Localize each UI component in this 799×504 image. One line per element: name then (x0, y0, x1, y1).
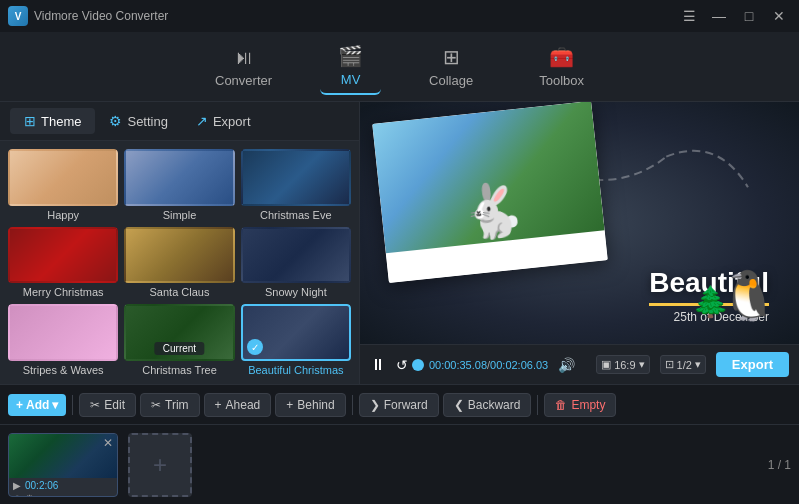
ratio-value: 16:9 (614, 359, 635, 371)
tab-collage[interactable]: ⊞ Collage (411, 39, 491, 94)
time-current: 00:00:35.08 (429, 359, 487, 371)
setting-tab-icon: ⚙ (109, 113, 122, 129)
tab-toolbox-label: Toolbox (539, 73, 584, 88)
time-total: 00:02:06.03 (490, 359, 548, 371)
forward-label: Forward (384, 398, 428, 412)
behind-label: Behind (297, 398, 334, 412)
theme-item-stripes-waves[interactable]: Stripes & Waves (8, 304, 118, 376)
add-label: Add (26, 398, 49, 412)
add-button[interactable]: + Add ▾ (8, 394, 66, 416)
theme-thumb-beautiful-christmas: ✓ (241, 304, 351, 361)
sep-3 (537, 395, 538, 415)
add-clip-icon: + (153, 451, 167, 479)
fraction-chevron: ▾ (695, 358, 701, 371)
fraction-value: 1/2 (677, 359, 692, 371)
clip-ctrl-1[interactable]: ⊕ (13, 493, 21, 497)
ahead-button[interactable]: + Ahead (204, 393, 272, 417)
empty-button[interactable]: 🗑 Empty (544, 393, 616, 417)
bunny-character: 🐇 (457, 178, 528, 245)
clip-play-icon: ▶ (13, 480, 21, 491)
photo-card-image: 🐇 (372, 102, 604, 253)
left-tab-theme[interactable]: ⊞ Theme (10, 108, 95, 134)
forward-button[interactable]: ❯ Forward (359, 393, 439, 417)
theme-item-snowy-night[interactable]: Snowy Night (241, 227, 351, 299)
theme-label-christmas-tree: Christmas Tree (142, 364, 217, 376)
theme-label-santa-claus: Santa Claus (150, 286, 210, 298)
left-panel: ⊞ Theme ⚙ Setting ↗ Export HappySimpleCh… (0, 102, 360, 384)
tab-mv[interactable]: 🎬 MV (320, 38, 381, 95)
theme-thumb-simple (124, 149, 234, 206)
export-button[interactable]: Export (716, 352, 789, 377)
progress-bar[interactable] (418, 363, 419, 367)
theme-item-beautiful-christmas[interactable]: ✓Beautiful Christmas (241, 304, 351, 376)
theme-item-simple[interactable]: Simple (124, 149, 234, 221)
toolbox-icon: 🧰 (549, 45, 574, 69)
mv-icon: 🎬 (338, 44, 363, 68)
tab-collage-label: Collage (429, 73, 473, 88)
trash-icon: 🗑 (555, 398, 567, 412)
setting-tab-label: Setting (127, 114, 167, 129)
maximize-button[interactable]: □ (737, 7, 761, 25)
theme-thumb-christmas-tree: Current (124, 304, 234, 361)
backward-icon: ❮ (454, 398, 464, 412)
theme-item-christmas-eve[interactable]: Christmas Eve (241, 149, 351, 221)
edit-label: Edit (104, 398, 125, 412)
behind-button[interactable]: + Behind (275, 393, 345, 417)
theme-item-merry-christmas[interactable]: Merry Christmas (8, 227, 118, 299)
clip-ctrl-2[interactable]: ⚙ (25, 493, 34, 497)
current-badge: Current (155, 342, 204, 355)
clip-item[interactable]: ▶ 00:2:06 ⊕ ⚙ ✂ ✕ (8, 433, 118, 497)
theme-label-stripes-waves: Stripes & Waves (23, 364, 104, 376)
behind-icon: + (286, 398, 293, 412)
preview-background: 🐇 Beautiful 25th of December 🐧 🌲 (360, 102, 799, 344)
edit-button[interactable]: ✂ Edit (79, 393, 136, 417)
replay-button[interactable]: ↺ (396, 357, 408, 373)
main-area: ⊞ Theme ⚙ Setting ↗ Export HappySimpleCh… (0, 102, 799, 384)
trim-button[interactable]: ✂ Trim (140, 393, 200, 417)
theme-label-merry-christmas: Merry Christmas (23, 286, 104, 298)
left-tab-setting[interactable]: ⚙ Setting (95, 108, 181, 134)
photo-card: 🐇 (372, 102, 608, 283)
theme-label-snowy-night: Snowy Night (265, 286, 327, 298)
sep-1 (72, 395, 73, 415)
theme-grid: HappySimpleChristmas EveMerry ChristmasS… (0, 141, 359, 384)
fraction-select[interactable]: ⊡ 1/2 ▾ (660, 355, 706, 374)
clip-ctrl-3[interactable]: ✂ (38, 493, 46, 497)
progress-handle[interactable] (412, 359, 424, 371)
tab-converter[interactable]: ⏯ Converter (197, 40, 290, 94)
theme-label-beautiful-christmas: Beautiful Christmas (248, 364, 343, 376)
volume-icon[interactable]: 🔊 (558, 357, 575, 373)
add-clip-button[interactable]: + (128, 433, 192, 497)
left-tab-export[interactable]: ↗ Export (182, 108, 265, 134)
timeline: ▶ 00:2:06 ⊕ ⚙ ✂ ✕ + 1 / 1 (0, 424, 799, 504)
collage-icon: ⊞ (443, 45, 460, 69)
theme-item-santa-claus[interactable]: Santa Claus (124, 227, 234, 299)
converter-icon: ⏯ (234, 46, 254, 69)
theme-thumb-snowy-night (241, 227, 351, 284)
backward-label: Backward (468, 398, 521, 412)
right-panel: 🐇 Beautiful 25th of December 🐧 🌲 (360, 102, 799, 384)
theme-item-happy[interactable]: Happy (8, 149, 118, 221)
selected-badge: ✓ (247, 339, 263, 355)
edit-icon: ✂ (90, 398, 100, 412)
theme-tab-label: Theme (41, 114, 81, 129)
controls-bar: ⏸ ↺ 00:00:35.08/00:02:06.03 🔊 ▣ 16:9 ▾ ⊡… (360, 344, 799, 384)
backward-button[interactable]: ❮ Backward (443, 393, 532, 417)
page-number: 1 / 1 (768, 458, 791, 472)
menu-button[interactable]: ☰ (677, 7, 701, 25)
pause-button[interactable]: ⏸ (370, 356, 386, 374)
sep-2 (352, 395, 353, 415)
minimize-button[interactable]: — (707, 7, 731, 25)
theme-label-christmas-eve: Christmas Eve (260, 209, 332, 221)
export-tab-label: Export (213, 114, 251, 129)
theme-tab-icon: ⊞ (24, 113, 36, 129)
ratio-chevron: ▾ (639, 358, 645, 371)
trim-icon: ✂ (151, 398, 161, 412)
ratio-select[interactable]: ▣ 16:9 ▾ (596, 355, 649, 374)
preview-area: 🐇 Beautiful 25th of December 🐧 🌲 (360, 102, 799, 344)
theme-item-christmas-tree[interactable]: CurrentChristmas Tree (124, 304, 234, 376)
tab-toolbox[interactable]: 🧰 Toolbox (521, 39, 602, 94)
close-button[interactable]: ✕ (767, 7, 791, 25)
clip-close-button[interactable]: ✕ (103, 436, 113, 450)
theme-thumb-christmas-eve (241, 149, 351, 206)
